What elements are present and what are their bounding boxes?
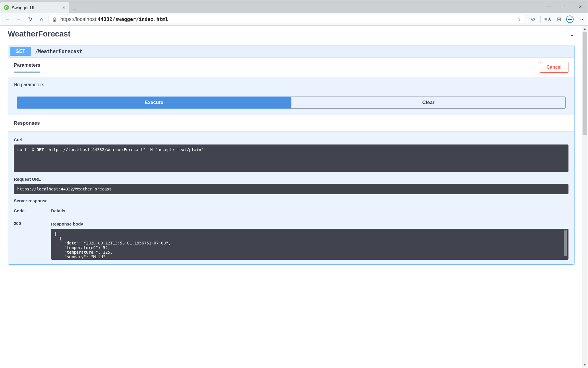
window-controls: — ☐ ✕ (541, 0, 588, 13)
url-input[interactable]: 🔒 https://localhost:44332/swagger/index.… (49, 15, 524, 24)
method-badge: GET (10, 47, 31, 56)
response-details: Response body [ { "date": "2020-09-12T13… (51, 220, 568, 260)
scroll-up-icon[interactable]: ▲ (583, 26, 587, 32)
close-tab-icon[interactable]: ✕ (62, 5, 66, 10)
scroll-down-icon[interactable]: ▼ (583, 361, 587, 368)
server-response-label: Server response (14, 198, 568, 203)
refresh-button[interactable]: ↻ (26, 15, 35, 24)
response-row: 200 Response body [ { "date": "2020-09-1… (14, 216, 568, 260)
swagger-ui: WeatherForecast ⌄ GET /WeatherForecast P… (0, 26, 582, 265)
favorites-icon[interactable]: ≡★ (543, 15, 553, 24)
browser-window: {} Swagger UI ✕ + — ☐ ✕ ← → ↻ ⌂ 🔒 https:… (0, 0, 588, 368)
scrollbar-track[interactable] (582, 32, 588, 361)
request-url[interactable]: https://localhost:44332/WeatherForecast (14, 184, 568, 194)
maximize-button[interactable]: ☐ (557, 0, 572, 13)
response-code: 200 (14, 220, 34, 260)
operation-header[interactable]: GET /WeatherForecast (8, 45, 574, 58)
execute-row: Execute Clear (8, 93, 574, 115)
profile-button[interactable] (565, 15, 575, 24)
execute-button[interactable]: Execute (17, 97, 291, 109)
curl-label: Curl (14, 137, 568, 142)
forward-button[interactable]: → (14, 15, 23, 24)
tab-strip: {} Swagger UI ✕ + (0, 0, 81, 13)
url-path: 44332/swagger/index.html (98, 16, 168, 22)
scrollbar-thumb[interactable] (583, 32, 587, 135)
tab-title: Swagger UI (12, 5, 34, 10)
profile-avatar-icon (566, 16, 574, 23)
request-url-label: Request URL (14, 177, 568, 182)
url-host: https://localhost: (60, 16, 98, 22)
more-menu-icon[interactable]: ⋯ (576, 15, 585, 24)
response-table-header: Code Details (14, 205, 568, 216)
page: WeatherForecast ⌄ GET /WeatherForecast P… (0, 26, 582, 368)
close-window-button[interactable]: ✕ (572, 0, 588, 13)
minimize-button[interactable]: — (541, 0, 557, 13)
responses-body: Curl curl -X GET "https://localhost:4433… (8, 132, 574, 264)
new-tab-button[interactable]: + (69, 5, 81, 13)
favorite-icon[interactable]: ☆ (517, 16, 521, 22)
cancel-button[interactable]: Cancel (540, 62, 568, 73)
separator (540, 16, 541, 23)
clear-button[interactable]: Clear (291, 97, 566, 109)
scrollbar-thumb[interactable] (564, 230, 567, 256)
lock-icon: 🔒 (52, 17, 57, 22)
page-scrollbar[interactable]: ▲ ▼ (582, 26, 588, 368)
operation-path: /WeatherForecast (35, 49, 82, 54)
operation-block: GET /WeatherForecast Parameters Cancel N… (8, 45, 575, 265)
col-details: Details (51, 208, 65, 213)
titlebar: {} Swagger UI ✕ + — ☐ ✕ (0, 0, 588, 13)
parameters-label: Parameters (14, 62, 40, 72)
response-body-label: Response body (51, 221, 568, 226)
col-code: Code (14, 208, 34, 213)
collections-icon[interactable]: ⊞ (554, 15, 564, 24)
responses-label: Responses (8, 115, 574, 132)
parameters-header: Parameters Cancel (8, 58, 574, 77)
address-bar: ← → ↻ ⌂ 🔒 https://localhost:44332/swagge… (0, 13, 588, 26)
chevron-down-icon: ⌄ (569, 30, 575, 38)
home-button[interactable]: ⌂ (37, 15, 46, 24)
tag-header[interactable]: WeatherForecast ⌄ (8, 28, 575, 42)
response-body-json[interactable]: [ { "date": "2020-09-12T13:53:01.1956751… (51, 229, 568, 260)
tab-active[interactable]: {} Swagger UI ✕ (0, 2, 69, 13)
content-area: WeatherForecast ⌄ GET /WeatherForecast P… (0, 26, 588, 368)
tag-name: WeatherForecast (8, 30, 71, 38)
toolbar-right: ⊘ ≡★ ⊞ ⋯ (527, 15, 585, 24)
favicon-swagger-icon: {} (4, 5, 9, 10)
back-button[interactable]: ← (3, 15, 12, 24)
no-parameters-text: No parameters (8, 77, 574, 93)
adblock-icon[interactable]: ⊘ (528, 15, 537, 24)
response-body-scrollbar[interactable] (564, 230, 567, 260)
curl-command[interactable]: curl -X GET "https://localhost:44332/Wea… (14, 144, 568, 172)
